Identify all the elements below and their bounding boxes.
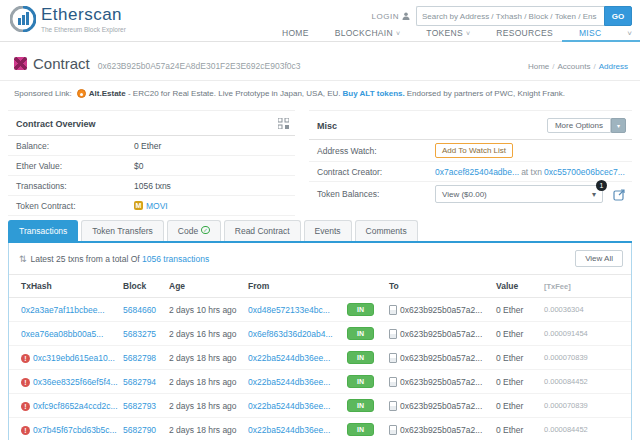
chevron-down-icon[interactable]: ▾ — [611, 118, 626, 133]
overview-title: Contract Overview — [16, 119, 96, 129]
buy-alt-tokens-link[interactable]: Buy ALT tokens. — [343, 89, 405, 98]
token-holdings-expand-icon[interactable] — [613, 188, 626, 201]
txhash-link[interactable]: 0xc319ebd615ea10... — [33, 353, 115, 363]
txhash-link[interactable]: 0x2a3ae7af11bcbee... — [21, 305, 105, 315]
qr-code-icon[interactable] — [278, 118, 289, 129]
transactions-card: ⇅ Latest 25 txns from a total Of 1056 tr… — [8, 243, 632, 440]
tab-code[interactable]: Code — [167, 220, 221, 241]
user-icon — [402, 12, 410, 20]
chevron-down-icon[interactable]: ˅ — [627, 29, 632, 38]
from-address-link[interactable]: 0x22ba5244db36ee... — [248, 377, 330, 387]
direction-in-badge: IN — [347, 351, 374, 364]
etherscan-logo-icon — [10, 6, 36, 32]
page-title-row: Contract 0x623B925b0A57a24EA8dE301F2E3E6… — [0, 42, 640, 80]
txfee-cell: 0.000070839 — [542, 346, 631, 370]
breadcrumb-accounts[interactable]: Accounts — [558, 62, 591, 71]
add-to-watch-list-button[interactable]: Add To Watch List — [435, 143, 513, 158]
nav-tokens[interactable]: TOKENS — [426, 28, 470, 38]
nav-resources[interactable]: RESOURCES — [496, 28, 553, 38]
failed-tx-icon: ! — [21, 354, 30, 363]
txhash-link[interactable]: 0x7b45f67cbd63b5c... — [33, 425, 117, 435]
txhash-link[interactable]: 0x36ee8325f66ef5f4... — [33, 377, 118, 387]
to-address-link[interactable]: 0x623b925b0a57a2... — [400, 401, 482, 411]
to-address-link[interactable]: 0x623b925b0a57a2... — [400, 329, 482, 339]
age-cell: 2 days 18 hrs ago — [167, 370, 246, 394]
to-address-link[interactable]: 0x623b925b0a57a2... — [400, 377, 482, 387]
breadcrumb-home[interactable]: Home — [528, 62, 549, 71]
block-link[interactable]: 5682794 — [123, 377, 156, 387]
view-all-button[interactable]: View All — [575, 250, 623, 267]
nav-home[interactable]: HOME — [282, 28, 309, 38]
failed-tx-icon: ! — [21, 426, 30, 435]
contract-doc-icon — [389, 377, 397, 387]
creator-address-link[interactable]: 0x7acef825404adbe... — [435, 167, 519, 177]
value-cell: 0 Ether — [494, 322, 542, 346]
etherscan-logo[interactable]: Etherscan The Ethereum Block Explorer — [10, 5, 126, 33]
failed-tx-icon: ! — [21, 402, 30, 411]
transactions-table: TxHash Block Age From To Value [TxFee] 0… — [9, 275, 631, 440]
direction-in-badge: IN — [347, 375, 374, 388]
sort-icon[interactable]: ⇅ — [19, 254, 27, 264]
creator-txn-link[interactable]: 0xc55700e06bcec7... — [544, 167, 625, 177]
movi-token-link[interactable]: MOVI — [146, 201, 168, 211]
table-row: !0xc319ebd615ea10...56827982 days 18 hrs… — [9, 346, 631, 370]
address-identicon — [14, 57, 27, 70]
login-link[interactable]: LOGIN — [372, 12, 410, 21]
direction-in-badge: IN — [347, 399, 374, 412]
txhash-link[interactable]: 0xea76ea08bb00a5... — [21, 329, 103, 339]
transactions-row: Transactions: 1056 txns — [8, 176, 295, 196]
nav-tokens-label: TOKENS — [426, 28, 463, 38]
breadcrumb-address[interactable]: Address — [599, 62, 628, 71]
nav-blockchain[interactable]: BLOCKCHAIN — [335, 28, 401, 38]
misc-panel: Misc More Options ▾ Address Watch: Add T… — [309, 110, 632, 216]
contract-doc-icon — [389, 305, 397, 315]
txhash-link[interactable]: 0xfc9cf8652a4ccd2c... — [33, 401, 118, 411]
site-header: Etherscan The Ethereum Block Explorer LO… — [0, 0, 640, 42]
tab-comments[interactable]: Comments — [355, 220, 418, 241]
more-options-button[interactable]: More Options ▾ — [547, 118, 626, 133]
block-link[interactable]: 5682790 — [123, 425, 156, 435]
alt-estate-icon — [77, 89, 86, 98]
misc-title: Misc — [317, 121, 337, 131]
token-balances-row: Token Balances: View ($0.00) ▾ 1 — [309, 182, 632, 206]
token-balances-dropdown[interactable]: View ($0.00) ▾ 1 — [435, 185, 603, 203]
contract-address: 0x623B925b0A57a24EA8dE301F2E3E692cE903f0… — [98, 61, 301, 71]
to-address-link[interactable]: 0x623b925b0a57a2... — [400, 305, 482, 315]
from-address-link[interactable]: 0x6ef863d36d20ab4... — [248, 329, 333, 339]
creator-middle-text: at txn — [521, 167, 542, 177]
tab-code-label: Code — [178, 226, 198, 236]
ether-value-label: Ether Value: — [16, 161, 134, 171]
breadcrumb: Home/Accounts/Address — [528, 62, 628, 71]
tab-events[interactable]: Events — [304, 220, 352, 241]
tab-read-contract[interactable]: Read Contract — [224, 220, 301, 241]
tab-transactions[interactable]: Transactions — [8, 220, 78, 241]
block-link[interactable]: 5682793 — [123, 401, 156, 411]
txfee-cell: 0.000084452 — [542, 370, 631, 394]
sponsor-text: - ERC20 for Real Estate. Live Prototype … — [128, 89, 341, 98]
more-options-label: More Options — [547, 118, 611, 133]
brand-tagline: The Ethereum Block Explorer — [41, 26, 126, 33]
to-address-link[interactable]: 0x623b925b0a57a2... — [400, 353, 482, 363]
tab-bar: Transactions Token Transfers Code Read C… — [0, 220, 640, 241]
from-address-link[interactable]: 0x22ba5244db36ee... — [248, 425, 330, 435]
from-address-link[interactable]: 0x22ba5244db36ee... — [248, 401, 330, 411]
token-balances-label: Token Balances: — [317, 189, 435, 199]
from-address-link[interactable]: 0xd48e572133e4bc... — [248, 305, 330, 315]
nav-misc[interactable]: MISC — [579, 28, 601, 38]
search-input[interactable] — [416, 6, 604, 26]
sponsored-link-bar: Sponsored Link: Alt.Estate - ERC20 for R… — [0, 81, 640, 104]
tx-count-link[interactable]: 1056 transactions — [142, 254, 209, 264]
col-block: Block — [121, 275, 167, 298]
block-link[interactable]: 5682798 — [123, 353, 156, 363]
search-go-button[interactable]: GO — [604, 6, 632, 26]
contract-doc-icon — [389, 401, 397, 411]
value-cell: 0 Ether — [494, 298, 542, 322]
direction-in-badge: IN — [347, 327, 374, 340]
block-link[interactable]: 5683275 — [123, 329, 156, 339]
block-link[interactable]: 5684660 — [123, 305, 156, 315]
from-address-link[interactable]: 0x22ba5244db36ee... — [248, 353, 330, 363]
contract-doc-icon — [389, 353, 397, 363]
col-age: Age — [167, 275, 246, 298]
tab-token-transfers[interactable]: Token Transfers — [81, 220, 163, 241]
to-address-link[interactable]: 0x623b925b0a57a2... — [400, 425, 482, 435]
